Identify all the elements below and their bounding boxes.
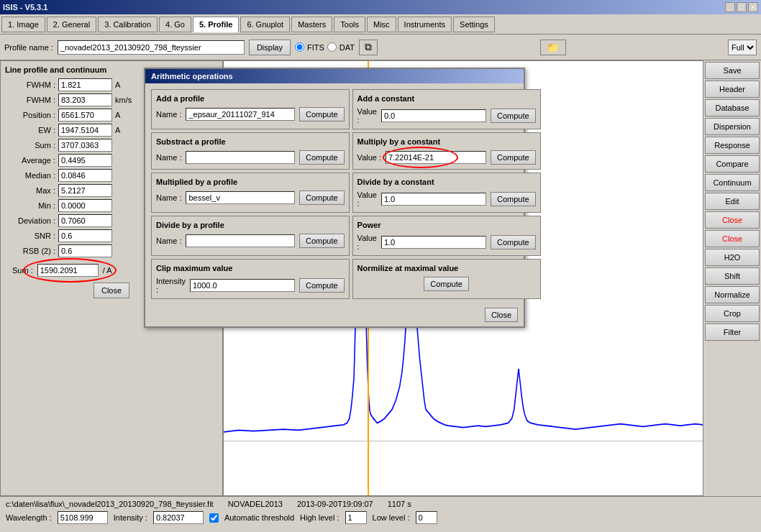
multiply-profile-name-input[interactable] (186, 191, 295, 204)
zoom-select[interactable]: Full (728, 40, 757, 55)
tab-profile[interactable]: 5. Profile (193, 17, 239, 32)
tab-calibration[interactable]: 3. Calibration (98, 17, 158, 32)
add-profile-compute-btn[interactable]: Compute (299, 107, 345, 121)
tab-settings[interactable]: Settings (453, 17, 495, 32)
deviation-input[interactable] (58, 214, 112, 227)
multiply-profile-compute-btn[interactable]: Compute (299, 191, 345, 205)
snr-input[interactable] (58, 229, 112, 242)
tab-masters[interactable]: Masters (291, 17, 332, 32)
compare-button[interactable]: Compare (705, 155, 760, 173)
fwhm-a-unit: A (115, 81, 137, 89)
rsb-input[interactable] (58, 244, 112, 257)
sum-per-a-input[interactable] (37, 264, 99, 277)
deviation-row: Deviation : (5, 214, 148, 227)
minimize-btn[interactable]: _ (725, 2, 735, 12)
save-button[interactable]: Save (705, 62, 760, 79)
tab-go[interactable]: 4. Go (159, 17, 191, 32)
crop-button[interactable]: Crop (705, 305, 760, 322)
tab-instruments[interactable]: Instruments (398, 17, 452, 32)
divide-constant-row: Value : Compute (357, 191, 536, 208)
file-path: c:\daten\lisa\flux\_novadel2013_20130920… (6, 500, 214, 508)
subtract-profile-compute-btn[interactable]: Compute (299, 150, 345, 165)
clip-intensity-input[interactable] (190, 279, 295, 292)
tab-misc[interactable]: Misc (367, 17, 396, 32)
continuum-button[interactable]: Continuum (705, 174, 760, 191)
add-profile-section: Add a profile Name : Compute (151, 89, 350, 129)
left-panel-close-btn[interactable]: Close (94, 283, 129, 298)
close-button-2[interactable]: Close (705, 230, 760, 247)
multiply-constant-compute-btn[interactable]: Compute (491, 150, 536, 165)
subtract-profile-title: Substract a profile (156, 137, 345, 146)
normalize-compute-btn[interactable]: Compute (424, 277, 469, 291)
add-constant-compute-btn[interactable]: Compute (491, 109, 536, 123)
fits-radio[interactable] (295, 42, 304, 52)
dat-radio[interactable] (327, 42, 337, 52)
clip-section: Clip maximum value Intensity : Compute (151, 259, 350, 299)
subtract-profile-name-input[interactable] (186, 151, 295, 164)
median-input[interactable] (58, 169, 112, 182)
divide-constant-input[interactable] (381, 193, 486, 206)
rsb-label: RSB (2) : (5, 247, 55, 255)
display-button[interactable]: Display (249, 40, 291, 55)
header-button[interactable]: Header (705, 81, 760, 98)
multiply-constant-input[interactable] (386, 151, 486, 164)
fits-label: FITS (307, 43, 324, 52)
tab-gnuplot[interactable]: 6. Gnuplot (240, 17, 290, 32)
sum-input[interactable] (58, 139, 112, 152)
right-panel: Save Header Database Dispersion Response… (703, 60, 761, 496)
edit-button[interactable]: Edit (705, 193, 760, 210)
high-level-input[interactable] (345, 511, 367, 524)
dispersion-button[interactable]: Dispersion (705, 118, 760, 135)
dialog-close-btn[interactable]: Close (485, 308, 518, 322)
position-unit: A (115, 111, 137, 119)
filter-button[interactable]: Filter (705, 324, 760, 341)
max-input[interactable] (58, 184, 112, 197)
shift-button[interactable]: Shift (705, 267, 760, 285)
ew-unit: A (115, 126, 137, 134)
divide-constant-compute-btn[interactable]: Compute (491, 192, 536, 206)
ew-row: EW : A (5, 124, 148, 137)
multiply-constant-row: Value : Compute (357, 150, 536, 165)
response-button[interactable]: Response (705, 137, 760, 154)
divide-profile-section: Divide by a profile Name : Compute (151, 216, 350, 256)
position-input[interactable] (58, 109, 112, 121)
copy-icon-btn[interactable]: ⧉ (359, 40, 378, 55)
divide-profile-name-input[interactable] (186, 234, 295, 247)
tab-tools[interactable]: Tools (334, 17, 365, 32)
profile-name-input[interactable] (58, 40, 245, 55)
add-constant-input[interactable] (381, 109, 486, 122)
ew-input[interactable] (58, 124, 112, 137)
power-input[interactable] (381, 236, 486, 249)
clip-compute-btn[interactable]: Compute (299, 278, 345, 293)
high-level-label: High level : (300, 513, 339, 522)
average-label: Average : (5, 156, 55, 165)
toolbar: Profile name : Display FITS DAT ⧉ 📁 Full (0, 35, 761, 60)
maximize-btn[interactable]: □ (737, 2, 747, 12)
intensity-input[interactable] (153, 511, 204, 524)
fwhm-kms-unit: km/s (115, 96, 137, 104)
title-bar-buttons: _ □ × (725, 2, 758, 12)
database-button[interactable]: Database (705, 99, 760, 116)
divide-profile-compute-btn[interactable]: Compute (299, 234, 345, 248)
folder-icon-btn[interactable]: 📁 (540, 40, 566, 55)
fwhm-a-input[interactable] (58, 78, 112, 91)
arithmetic-dialog[interactable]: Arithmetic operations Add a profile Name… (144, 68, 525, 328)
power-compute-btn[interactable]: Compute (491, 235, 536, 249)
min-input[interactable] (58, 199, 112, 212)
fwhm-kms-input[interactable] (58, 93, 112, 106)
close-button-1[interactable]: Close (705, 211, 760, 229)
wavelength-input[interactable] (58, 511, 108, 524)
sum-per-a-label: Sum : (12, 266, 33, 275)
auto-threshold-checkbox[interactable] (209, 513, 219, 523)
h2o-button[interactable]: H2O (705, 249, 760, 266)
average-input[interactable] (58, 154, 112, 167)
multiply-constant-section: Multiply by a constant Value : Compute (352, 132, 541, 170)
add-profile-name-input[interactable] (186, 108, 295, 121)
low-level-input[interactable] (416, 511, 437, 524)
normalize-button[interactable]: Normalize (705, 286, 760, 303)
close-btn[interactable]: × (748, 2, 758, 12)
dialog-close-row: Close (145, 305, 524, 326)
auto-threshold-label: Automatic threshold (224, 513, 294, 522)
tab-general[interactable]: 2. General (47, 17, 96, 32)
tab-image[interactable]: 1. Image (1, 17, 45, 32)
